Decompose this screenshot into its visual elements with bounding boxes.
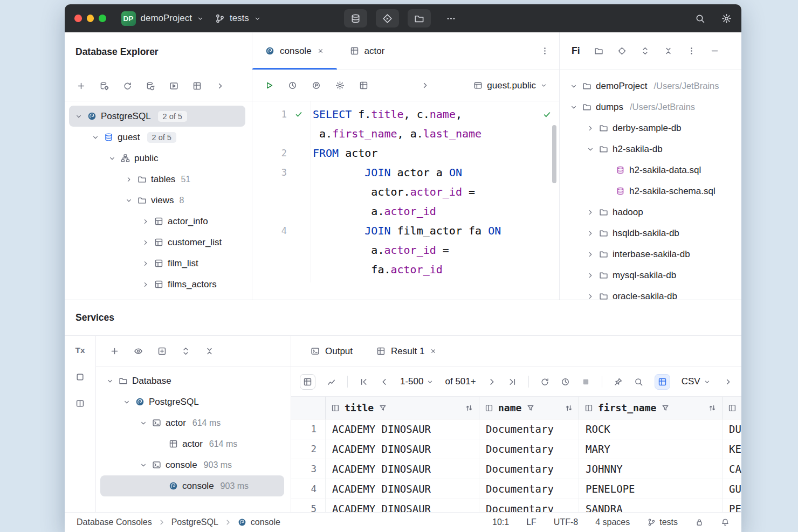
close-tab-button[interactable] — [430, 348, 437, 355]
find-in-grid-button[interactable] — [634, 377, 643, 386]
code-line[interactable]: a.actor_id — [252, 202, 559, 221]
query-history-button[interactable] — [288, 81, 297, 90]
more-toolbar-button[interactable] — [724, 377, 733, 386]
transaction-mode-label[interactable]: Tx — [75, 346, 85, 355]
view-options-button[interactable] — [134, 347, 143, 356]
table-row[interactable]: 4ACADEMY DINOSAURDocumentaryPENELOPEGUI — [291, 479, 741, 499]
breadcrumb-console[interactable]: console — [238, 517, 280, 527]
services-tree-item-actor[interactable]: actor614 ms — [100, 433, 284, 454]
code-line[interactable]: 3 JOIN actor a ON — [252, 163, 559, 182]
code-line[interactable]: 1SELECT f.title, c.name, — [252, 105, 559, 124]
code-line[interactable]: 2FROM actor — [252, 143, 559, 163]
table-cell[interactable]: ACADEMY DINOSAUR — [326, 419, 479, 439]
db-tree-item-guest[interactable]: guest2 of 5 — [69, 127, 245, 148]
collapse-all-button[interactable] — [664, 46, 673, 56]
minimize-window-button[interactable] — [87, 15, 94, 22]
locate-file-button[interactable] — [617, 46, 627, 56]
more-actions-button[interactable] — [439, 9, 463, 27]
branch-widget[interactable]: tests — [647, 517, 678, 527]
caret-position-widget[interactable]: 10:1 — [492, 517, 509, 527]
services-tree-item-console[interactable]: console903 ms — [100, 454, 284, 475]
execute-button[interactable] — [264, 81, 273, 90]
tab-options-button[interactable] — [540, 46, 559, 56]
execution-time-button[interactable] — [561, 377, 570, 386]
column-header-name[interactable]: name — [479, 397, 579, 419]
jump-to-console-button[interactable] — [169, 81, 178, 91]
code-line[interactable]: 4 JOIN film_actor fa ON — [252, 221, 559, 240]
export-format-dropdown[interactable]: CSV — [682, 376, 711, 387]
previous-page-button[interactable] — [380, 377, 389, 386]
open-table-button[interactable] — [192, 81, 202, 91]
refresh-button[interactable] — [123, 81, 132, 91]
table-cell[interactable]: ACADEMY DINOSAUR — [326, 459, 479, 479]
services-tree-item-postgresql[interactable]: PostgreSQL — [100, 391, 284, 412]
restore-connection-button[interactable] — [146, 81, 155, 91]
db-tree-item-public[interactable]: public — [69, 148, 245, 169]
tab-actor[interactable]: actor — [337, 32, 398, 70]
execution-options-button[interactable] — [312, 81, 321, 90]
first-page-button[interactable] — [359, 377, 368, 386]
column-header-first_name[interactable]: first_name — [579, 397, 723, 419]
close-window-button[interactable] — [74, 15, 82, 22]
tab-console[interactable]: console — [252, 32, 337, 70]
table-cell[interactable]: Documentary — [479, 479, 579, 499]
files-tree-item-derby-sample-db[interactable]: derby-sample-db — [564, 118, 735, 139]
table-cell[interactable]: CAG — [723, 459, 741, 479]
database-tool-button[interactable] — [344, 9, 367, 27]
datasource-properties-button[interactable] — [100, 81, 109, 91]
split-view-button[interactable] — [75, 399, 85, 408]
reload-data-button[interactable] — [540, 377, 549, 386]
pin-tab-button[interactable] — [614, 377, 623, 386]
stop-button[interactable] — [581, 377, 590, 386]
db-tree-item-tables[interactable]: tables51 — [69, 169, 245, 190]
tab-result-1[interactable]: Result 1 — [364, 336, 454, 367]
db-tree-item-postgresql[interactable]: PostgreSQL2 of 5 — [69, 106, 245, 127]
files-tree-item-h2-sakila-schema-sql[interactable]: h2-sakila-schema.sql — [564, 181, 735, 202]
table-row[interactable]: 3ACADEMY DINOSAURDocumentaryJOHNNYCAG — [291, 459, 741, 479]
files-tree-item-oracle-sakila-db[interactable]: oracle-sakila-db — [564, 286, 735, 300]
more-toolbar-button[interactable] — [421, 81, 430, 90]
inspection-ok-icon[interactable] — [542, 110, 552, 119]
add-service-button[interactable] — [110, 347, 119, 356]
files-tree-item-h2-sakila-db[interactable]: h2-sakila-db — [564, 139, 735, 160]
files-tree-item-hadoop[interactable]: hadoop — [564, 202, 735, 223]
table-cell[interactable]: MARY — [579, 439, 723, 459]
next-page-button[interactable] — [487, 377, 497, 386]
db-tree-item-actor-info[interactable]: actor_info — [69, 211, 245, 232]
table-row[interactable]: 2ACADEMY DINOSAURDocumentaryMARYKEI — [291, 439, 741, 459]
folder-view-button[interactable] — [594, 46, 603, 56]
code-line[interactable]: actor.actor_id = — [252, 182, 559, 202]
table-cell[interactable]: ACADEMY DINOSAUR — [326, 439, 479, 459]
code-line[interactable]: fa.actor_id — [252, 260, 559, 279]
options-menu-button[interactable] — [687, 46, 696, 56]
db-tree-item-film-list[interactable]: film_list — [69, 253, 245, 274]
expand-all-button[interactable] — [181, 347, 190, 356]
console-settings-button[interactable] — [335, 81, 345, 90]
table-cell[interactable]: Documentary — [479, 499, 579, 512]
code-line[interactable]: a.first_name, a.last_name — [252, 124, 559, 143]
table-cell[interactable]: ROCK — [579, 419, 723, 439]
breadcrumb-postgresql[interactable]: PostgreSQL — [171, 517, 218, 527]
db-tree-item-films-actors[interactable]: films_actors — [69, 274, 245, 295]
files-tree-item-mysql-sakila-db[interactable]: mysql-sakila-db — [564, 265, 735, 286]
project-widget[interactable]: DP demoProject — [116, 8, 209, 29]
run-services-button[interactable] — [376, 9, 399, 27]
editor-scrollbar[interactable] — [552, 125, 556, 183]
table-cell[interactable]: DUK — [723, 419, 741, 439]
inline-results-button[interactable] — [359, 81, 368, 90]
open-in-new-tab-button[interactable] — [157, 347, 167, 356]
table-cell[interactable]: Documentary — [479, 439, 579, 459]
table-cell[interactable]: JOHNNY — [579, 459, 723, 479]
files-tree-item-hsqldb-sakila-db[interactable]: hsqldb-sakila-db — [564, 223, 735, 244]
table-cell[interactable]: PEC — [723, 499, 741, 512]
table-row[interactable]: 1ACADEMY DINOSAURDocumentaryROCKDUK — [291, 419, 741, 439]
session-selector[interactable]: guest.public — [473, 80, 547, 91]
table-cell[interactable]: KEI — [723, 439, 741, 459]
collapse-all-button[interactable] — [205, 347, 214, 356]
expand-all-button[interactable] — [641, 46, 650, 56]
sql-editor[interactable]: 1SELECT f.title, c.name, a.first_name, a… — [252, 101, 559, 300]
console-toggle-button[interactable] — [75, 372, 85, 382]
services-tree-item-console[interactable]: console903 ms — [100, 475, 284, 496]
table-row[interactable]: 5ACADEMY DINOSAURDocumentarySANDRAPEC — [291, 499, 741, 512]
table-cell[interactable]: ACADEMY DINOSAUR — [326, 479, 479, 499]
